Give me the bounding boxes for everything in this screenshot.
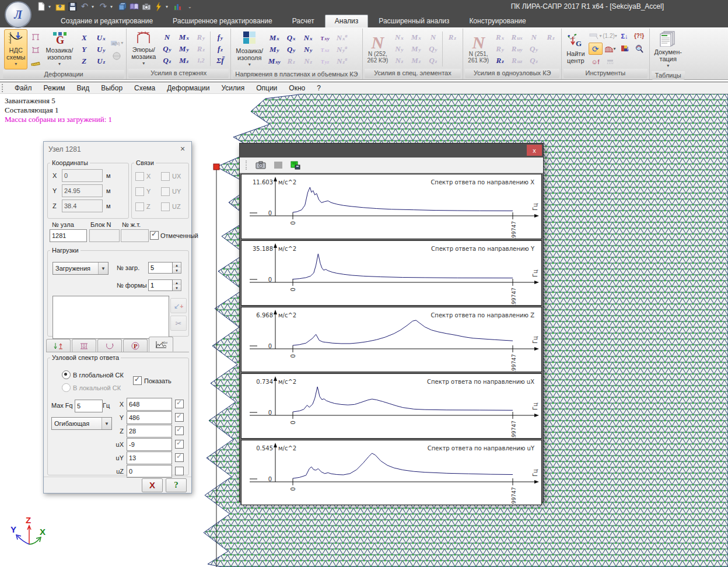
sum-loads-button[interactable]: Σ↓: [618, 30, 631, 41]
ribbon-tab[interactable]: Расширенное редактирование: [163, 15, 282, 27]
direction-value-input[interactable]: [127, 438, 172, 451]
ruler-icon[interactable]: [29, 57, 42, 68]
ribbon-result-button-Mx[interactable]: Mx: [267, 32, 282, 43]
marked-checkbox[interactable]: [150, 231, 159, 240]
ribbon-result-button-Qx[interactable]: Qx: [284, 32, 299, 43]
refresh-view-button[interactable]: ⟳: [589, 43, 603, 55]
loads-list[interactable]: [52, 296, 169, 339]
direction-value-input[interactable]: [127, 465, 172, 478]
menu-item[interactable]: Выбор: [95, 83, 128, 93]
menu-item[interactable]: ?: [311, 83, 327, 93]
tab-bench[interactable]: [72, 339, 96, 352]
epures-mosaic-button[interactable]: Эпюры/ мозаика▾: [130, 29, 158, 68]
direction-checkbox[interactable]: [175, 426, 184, 435]
form-number-input[interactable]: [148, 279, 173, 291]
direction-value-input[interactable]: [127, 425, 172, 438]
ribbon-tab[interactable]: Расчет: [283, 15, 324, 27]
direction-value-input[interactable]: [127, 411, 172, 424]
loadcase-number-input[interactable]: [148, 262, 173, 274]
ribbon-result-button-Z[interactable]: Z: [76, 55, 92, 66]
show-checkbox[interactable]: [133, 376, 142, 385]
ribbon-result-button-Mz[interactable]: Mz: [176, 55, 191, 66]
epure-comb-button[interactable]: ▾: [604, 43, 617, 54]
direction-checkbox[interactable]: [175, 467, 184, 475]
ribbon-result-button-Ny[interactable]: Ny: [300, 44, 316, 55]
bench-deformed-icon[interactable]: [29, 44, 42, 55]
menu-item[interactable]: Окно: [283, 83, 311, 93]
close-button[interactable]: x: [527, 145, 542, 156]
ribbon-tab[interactable]: Конструирование: [460, 15, 535, 27]
ribbon-result-button-fy[interactable]: fy: [212, 32, 228, 43]
ribbon-result-button-My[interactable]: My: [267, 44, 282, 55]
maxfq-input[interactable]: [75, 400, 103, 412]
tab-response-spectrum[interactable]: a(ω): [149, 337, 173, 352]
direction-checkbox[interactable]: [175, 453, 184, 462]
save-spectrum-icon[interactable]: [288, 159, 303, 172]
node-number-input[interactable]: [50, 229, 87, 242]
direction-checkbox[interactable]: [175, 440, 184, 449]
smile-f-button[interactable]: ☺f: [589, 56, 602, 67]
ribbon-result-button-Qz[interactable]: Qz: [159, 55, 174, 66]
ribbon-result-button-Nx[interactable]: Nx: [300, 32, 316, 43]
direction-checkbox[interactable]: [175, 400, 184, 408]
ribbon-result-button-Uy[interactable]: Uy: [93, 44, 108, 55]
menu-item[interactable]: Усилия: [215, 83, 250, 93]
bench-scheme-icon[interactable]: [29, 31, 42, 42]
ribbon-tab[interactable]: Создание и редактирование: [51, 15, 162, 27]
menu-item[interactable]: Файл: [9, 83, 38, 93]
ribbon-result-button-Y[interactable]: Y: [76, 44, 92, 55]
envelope-select[interactable]: Огибающая ▼: [51, 417, 112, 430]
spin-up-icon[interactable]: ▲: [173, 280, 181, 285]
spin-up-icon[interactable]: ▲: [173, 262, 181, 268]
spin-down-icon[interactable]: ▼: [173, 285, 181, 290]
ribbon-result-button-Qy[interactable]: Qy: [284, 44, 299, 55]
color-scale-button[interactable]: [618, 43, 631, 54]
snapshot-camera-icon[interactable]: [253, 159, 268, 172]
ribbon-result-button-Σf[interactable]: Σf̄: [212, 55, 228, 66]
ribbon-tab[interactable]: Расширенный анализ: [369, 15, 459, 27]
ribbon-result-button-Qy[interactable]: Qy: [159, 43, 174, 54]
spectrum-window-titlebar[interactable]: x: [240, 144, 543, 158]
mosaic-isofields-deform-button[interactable]: G Мозаика/ изополя▾: [44, 30, 75, 69]
documentation-button[interactable]: Докумен- тация▾: [653, 29, 684, 71]
ribbon-result-button-Uz[interactable]: Uz: [93, 55, 108, 66]
node-dialog-title[interactable]: Узел 1281: [44, 142, 191, 157]
menu-item[interactable]: Деформации: [161, 83, 215, 93]
selected-node-marker[interactable]: [214, 164, 219, 170]
ribbon-result-button-Mx[interactable]: Mx: [176, 32, 191, 43]
ribbon-result-button-X[interactable]: X: [76, 32, 92, 43]
menu-item[interactable]: Схема: [128, 83, 161, 93]
ribbon-result-button-Mxy[interactable]: Mxy: [267, 55, 282, 66]
direction-value-input[interactable]: [127, 398, 172, 411]
menu-item[interactable]: Режим: [38, 83, 71, 93]
loads-type-select[interactable]: Загружения ▼: [52, 262, 108, 275]
find-center-button[interactable]: G Найти центр: [565, 32, 586, 65]
spin-down-icon[interactable]: ▼: [173, 268, 181, 273]
direction-checkbox[interactable]: [175, 413, 184, 422]
menu-item[interactable]: Опции: [250, 83, 283, 93]
zoom-refresh-icon[interactable]: [633, 43, 646, 54]
ribbon-result-button-N[interactable]: N: [159, 32, 174, 43]
ribbon-result-button-fz[interactable]: fz: [212, 43, 228, 54]
nds-schemes-button[interactable]: НДС схемы▾: [4, 29, 27, 69]
menu-item[interactable]: Вид: [71, 83, 96, 93]
ribbon-result-button-Ux[interactable]: Ux: [93, 32, 108, 43]
dialog-close-icon[interactable]: ×: [176, 143, 189, 155]
loadcase-number-spinner[interactable]: ▲▼: [148, 262, 181, 274]
app-logo-icon[interactable]: Л: [5, 1, 32, 28]
blank-tool-icon[interactable]: [271, 159, 286, 172]
warnings-button[interactable]: {?!}: [633, 30, 646, 41]
tab-node-loads[interactable]: [46, 339, 71, 352]
help-button[interactable]: ?: [166, 478, 187, 492]
ribbon-result-button-τxy[interactable]: τxy: [317, 32, 332, 43]
mosaic-isofields-plates-button[interactable]: Мозаика/ изополя▾: [234, 29, 265, 69]
global-cs-radio[interactable]: [62, 370, 71, 379]
cancel-button[interactable]: X: [142, 478, 163, 492]
ribbon-result-button-Rz[interactable]: Rz: [492, 55, 508, 66]
direction-value-input[interactable]: [127, 452, 172, 464]
ribbon-tab[interactable]: Анализ: [325, 15, 369, 27]
ribbon-result-button-My[interactable]: My: [176, 43, 191, 54]
model-canvas[interactable]: Завантаження 5 Составляющая 1 Массы собр…: [0, 94, 728, 567]
tab-arc[interactable]: [97, 339, 122, 352]
tab-p-circle[interactable]: P: [123, 339, 148, 352]
